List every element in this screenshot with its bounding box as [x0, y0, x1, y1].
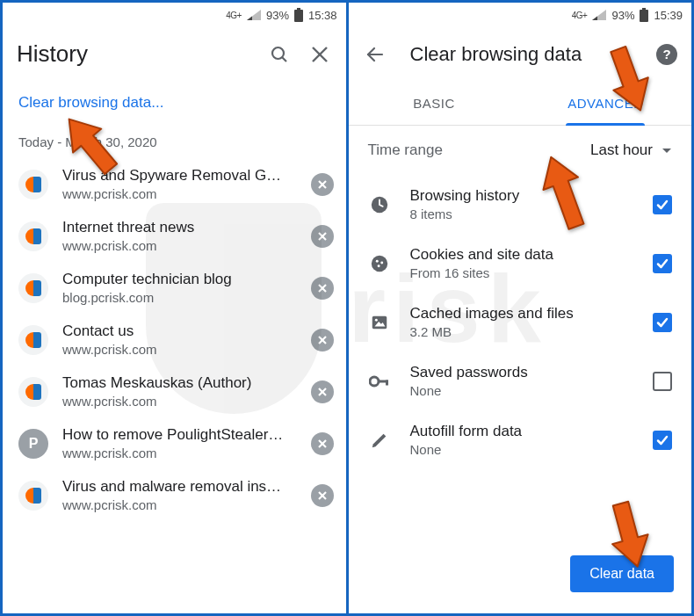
site-favicon-icon	[18, 221, 48, 251]
clear-data-item-title: Autofill form data	[410, 423, 634, 440]
clear-data-item-subtitle: 8 items	[410, 207, 634, 221]
clock: 15:39	[654, 9, 683, 22]
svg-point-30	[374, 318, 377, 321]
svg-rect-33	[386, 380, 388, 385]
svg-line-3	[282, 57, 286, 62]
checkbox[interactable]	[653, 254, 672, 273]
svg-rect-20	[642, 8, 646, 10]
site-favicon-icon	[18, 170, 48, 199]
image-icon	[368, 313, 391, 332]
pencil-icon	[368, 431, 391, 450]
phone-clear-data: 4G+ 93% 15:39 Clear browsing data ? BASI…	[349, 3, 692, 613]
tabs: BASIC ADVANCED	[349, 82, 692, 126]
checkbox[interactable]	[653, 431, 672, 450]
checkbox[interactable]	[653, 372, 672, 391]
delete-item-icon[interactable]	[311, 484, 334, 507]
history-item-title: How to remove PoulightStealer…	[62, 426, 297, 444]
clear-data-list: Browsing history8 itemsCookies and site …	[349, 171, 692, 473]
svg-point-26	[380, 261, 383, 264]
delete-item-icon[interactable]	[311, 225, 334, 248]
search-icon[interactable]	[267, 42, 292, 67]
svg-point-31	[370, 377, 379, 386]
time-range-label: Time range	[368, 141, 591, 159]
checkbox[interactable]	[653, 313, 672, 332]
history-item[interactable]: Virus and malware removal ins…www.pcrisk…	[3, 469, 346, 521]
back-icon[interactable]	[363, 42, 387, 67]
clear-data-item-subtitle: None	[410, 442, 634, 457]
time-range-value: Last hour	[590, 141, 653, 159]
clear-data-item[interactable]: Autofill form dataNone	[352, 410, 685, 469]
clear-browsing-data-link[interactable]: Clear browsing data...	[3, 82, 346, 129]
network-indicator: 4G+	[226, 11, 242, 20]
delete-item-icon[interactable]	[311, 277, 334, 300]
site-favicon-icon	[18, 325, 48, 355]
history-item-url: www.pcrisk.com	[62, 238, 297, 253]
clear-data-item-title: Cached images and files	[410, 305, 634, 322]
status-bar: 4G+ 93% 15:38	[3, 3, 346, 27]
key-icon	[368, 372, 391, 391]
clear-data-item-title: Cookies and site data	[410, 246, 634, 264]
clear-data-item-subtitle: None	[410, 383, 634, 398]
history-header: History	[3, 27, 346, 82]
page-title: Clear browsing data	[410, 43, 641, 66]
delete-item-icon[interactable]	[311, 432, 334, 455]
history-item-title: Virus and malware removal ins…	[62, 478, 297, 496]
battery-percent: 93%	[611, 9, 634, 22]
clear-data-item[interactable]: Cookies and site dataFrom 16 sites	[352, 234, 685, 293]
svg-point-27	[377, 265, 380, 267]
site-favicon-icon	[18, 273, 48, 303]
clear-data-item-title: Browsing history	[410, 187, 634, 205]
history-item[interactable]: Virus and Spyware Removal G…www.pcrisk.c…	[3, 158, 346, 210]
svg-point-24	[371, 255, 387, 271]
page-title: History	[17, 40, 251, 68]
history-item-url: www.pcrisk.com	[62, 394, 297, 409]
cookie-icon	[368, 254, 391, 273]
tab-advanced[interactable]: ADVANCED	[520, 82, 691, 125]
clear-data-header: Clear browsing data ?	[349, 27, 692, 82]
network-indicator: 4G+	[572, 11, 588, 20]
history-item[interactable]: PHow to remove PoulightStealer…www.pcris…	[3, 417, 346, 469]
site-favicon-icon	[18, 481, 48, 511]
battery-icon	[640, 8, 648, 22]
clear-data-item[interactable]: Cached images and files3.2 MB	[352, 293, 685, 351]
date-header: Today - March 30, 2020	[3, 129, 346, 158]
clear-data-item-subtitle: 3.2 MB	[410, 324, 634, 339]
battery-icon	[294, 8, 303, 22]
clock-icon	[368, 195, 391, 214]
history-item-title: Contact us	[62, 322, 297, 340]
history-list: Virus and Spyware Removal G…www.pcrisk.c…	[3, 158, 346, 613]
tab-basic[interactable]: BASIC	[349, 82, 520, 125]
history-item-url: www.pcrisk.com	[62, 342, 297, 357]
checkbox[interactable]	[653, 195, 672, 214]
history-item-title: Computer technician blog	[62, 271, 297, 288]
history-item[interactable]: Computer technician blogblog.pcrisk.com	[3, 262, 346, 314]
close-icon[interactable]	[307, 42, 332, 67]
history-item-url: blog.pcrisk.com	[62, 290, 297, 305]
clear-data-item[interactable]: Saved passwordsNone	[352, 351, 685, 410]
history-item[interactable]: Internet threat newswww.pcrisk.com	[3, 210, 346, 262]
delete-item-icon[interactable]	[311, 329, 334, 351]
battery-percent: 93%	[266, 9, 289, 22]
help-icon[interactable]: ?	[656, 44, 677, 65]
history-item-url: www.pcrisk.com	[62, 446, 297, 460]
site-favicon-icon	[18, 377, 48, 407]
delete-item-icon[interactable]	[311, 173, 334, 196]
signal-icon	[247, 10, 261, 20]
signal-icon	[592, 10, 606, 20]
svg-point-2	[272, 47, 284, 59]
history-item[interactable]: Contact uswww.pcrisk.com	[3, 314, 346, 366]
status-bar: 4G+ 93% 15:39	[349, 3, 692, 27]
delete-item-icon[interactable]	[311, 380, 334, 403]
time-range-selector[interactable]: Time range Last hour	[349, 126, 692, 171]
clear-data-button[interactable]: Clear data	[570, 555, 674, 592]
clear-data-item-subtitle: From 16 sites	[410, 265, 634, 280]
letter-p-icon: P	[18, 429, 48, 459]
caret-down-icon	[661, 141, 672, 159]
clear-data-item[interactable]: Browsing history8 items	[352, 175, 685, 234]
svg-rect-1	[294, 10, 303, 22]
history-item[interactable]: Tomas Meskauskas (Author)www.pcrisk.com	[3, 366, 346, 417]
clock: 15:38	[308, 9, 337, 22]
history-item-title: Virus and Spyware Removal G…	[62, 167, 297, 185]
svg-rect-0	[297, 8, 300, 10]
svg-rect-21	[640, 10, 648, 22]
